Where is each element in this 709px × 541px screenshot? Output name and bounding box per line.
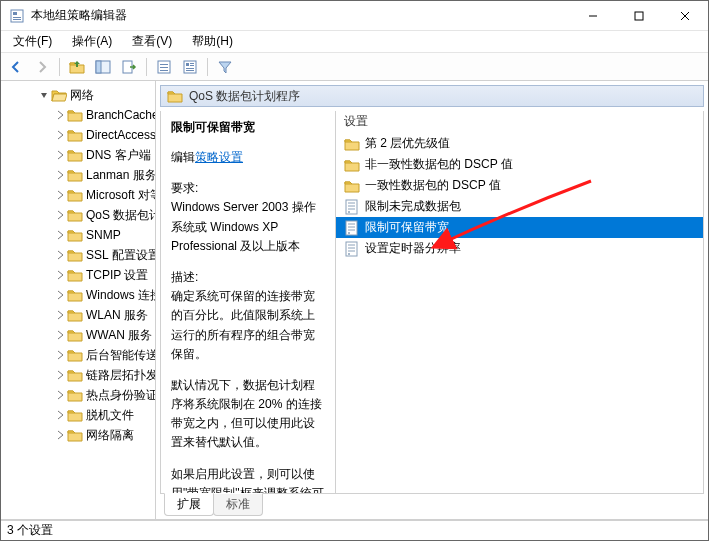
svg-rect-8: [13, 19, 21, 20]
policy-icon: [344, 241, 360, 257]
content-header: QoS 数据包计划程序: [160, 85, 704, 107]
tree-item-label: DNS 客户端: [86, 147, 151, 164]
edit-policy-link[interactable]: 策略设置: [195, 150, 243, 164]
tree-root[interactable]: 网络: [1, 85, 155, 105]
policy-icon: [344, 199, 360, 215]
chevron-right-icon[interactable]: [53, 108, 67, 122]
chevron-right-icon[interactable]: [53, 308, 67, 322]
setting-row[interactable]: 一致性数据包的 DSCP 值: [336, 175, 703, 196]
folder-icon: [67, 267, 83, 283]
folder-icon: [67, 327, 83, 343]
export-button[interactable]: [118, 56, 140, 78]
setting-row[interactable]: 限制未完成数据包: [336, 196, 703, 217]
setting-label: 限制可保留带宽: [365, 219, 449, 236]
tree-item[interactable]: QoS 数据包计划程序: [1, 205, 155, 225]
menu-view[interactable]: 查看(V): [124, 31, 180, 52]
svg-rect-22: [190, 63, 194, 64]
chevron-right-icon[interactable]: [53, 268, 67, 282]
show-hide-tree-button[interactable]: [92, 56, 114, 78]
refresh-button[interactable]: [153, 56, 175, 78]
tree-item[interactable]: SSL 配置设置: [1, 245, 155, 265]
setting-row[interactable]: 限制可保留带宽: [336, 217, 703, 238]
tree-item[interactable]: 热点身份验证: [1, 385, 155, 405]
tree-item[interactable]: WLAN 服务: [1, 305, 155, 325]
tree-item[interactable]: 链路层拓扑发现: [1, 365, 155, 385]
description-pane: 限制可保留带宽 编辑策略设置 要求: Windows Server 2003 操…: [161, 111, 336, 493]
setting-row[interactable]: 设置定时器分辨率: [336, 238, 703, 259]
minimize-button[interactable]: [570, 1, 616, 30]
tree-item-label: SSL 配置设置: [86, 247, 155, 264]
toolbar-separator: [146, 58, 147, 76]
maximize-button[interactable]: [616, 1, 662, 30]
status-bar: 3 个设置: [1, 520, 708, 540]
chevron-right-icon[interactable]: [53, 208, 67, 222]
chevron-right-icon[interactable]: [53, 328, 67, 342]
svg-rect-21: [186, 63, 189, 66]
chevron-right-icon[interactable]: [53, 348, 67, 362]
requirements-label: 要求:: [171, 179, 325, 198]
tree-item[interactable]: 脱机文件: [1, 405, 155, 425]
setting-label: 一致性数据包的 DSCP 值: [365, 177, 501, 194]
tree-item-label: Lanman 服务器: [86, 167, 155, 184]
tree-item[interactable]: Lanman 服务器: [1, 165, 155, 185]
menu-help[interactable]: 帮助(H): [184, 31, 241, 52]
requirements-text: Windows Server 2003 操作系统或 Windows XP Pro…: [171, 198, 325, 256]
chevron-right-icon[interactable]: [53, 248, 67, 262]
tree-item-label: 链路层拓扑发现: [86, 367, 155, 384]
up-button[interactable]: [66, 56, 88, 78]
tree-item[interactable]: DirectAccess 客户端: [1, 125, 155, 145]
tree-pane[interactable]: 网络 BranchCacheDirectAccess 客户端DNS 客户端Lan…: [1, 81, 156, 519]
folder-icon: [344, 157, 360, 173]
tree-item[interactable]: Microsoft 对等网络服务: [1, 185, 155, 205]
tree-item[interactable]: Windows 连接管理器: [1, 285, 155, 305]
tree-item[interactable]: DNS 客户端: [1, 145, 155, 165]
menu-action[interactable]: 操作(A): [64, 31, 120, 52]
tree-item-label: WLAN 服务: [86, 307, 148, 324]
tree-item-label: QoS 数据包计划程序: [86, 207, 155, 224]
folder-icon: [67, 187, 83, 203]
tab-standard[interactable]: 标准: [213, 493, 263, 516]
back-button[interactable]: [5, 56, 27, 78]
tab-extended[interactable]: 扩展: [164, 493, 214, 516]
chevron-right-icon[interactable]: [53, 368, 67, 382]
menubar: 文件(F) 操作(A) 查看(V) 帮助(H): [1, 31, 708, 53]
tree-item[interactable]: 后台智能传送服务(BITS): [1, 345, 155, 365]
menu-file[interactable]: 文件(F): [5, 31, 60, 52]
main-window: 本地组策略编辑器 文件(F) 操作(A) 查看(V) 帮助(H): [0, 0, 709, 541]
chevron-down-icon[interactable]: [37, 88, 51, 102]
chevron-right-icon[interactable]: [53, 408, 67, 422]
chevron-right-icon[interactable]: [53, 148, 67, 162]
chevron-right-icon[interactable]: [53, 288, 67, 302]
chevron-right-icon[interactable]: [53, 388, 67, 402]
settings-pane[interactable]: 设置 第 2 层优先级值非一致性数据包的 DSCP 值一致性数据包的 DSCP …: [336, 111, 703, 493]
folder-icon: [67, 287, 83, 303]
folder-icon: [67, 387, 83, 403]
chevron-right-icon[interactable]: [53, 228, 67, 242]
svg-rect-19: [160, 70, 168, 71]
tree-item[interactable]: TCPIP 设置: [1, 265, 155, 285]
chevron-right-icon[interactable]: [53, 168, 67, 182]
tree-item[interactable]: 网络隔离: [1, 425, 155, 445]
close-button[interactable]: [662, 1, 708, 30]
folder-icon: [67, 127, 83, 143]
chevron-right-icon[interactable]: [53, 188, 67, 202]
svg-rect-25: [186, 70, 194, 71]
right-pane: QoS 数据包计划程序 限制可保留带宽 编辑策略设置 要求: Windows S…: [156, 81, 708, 519]
folder-open-icon: [51, 87, 67, 103]
properties-button[interactable]: [179, 56, 201, 78]
setting-row[interactable]: 非一致性数据包的 DSCP 值: [336, 154, 703, 175]
filter-button[interactable]: [214, 56, 236, 78]
folder-icon: [67, 247, 83, 263]
tree-item[interactable]: WWAN 服务: [1, 325, 155, 345]
forward-button[interactable]: [31, 56, 53, 78]
chevron-right-icon[interactable]: [53, 128, 67, 142]
tree-item[interactable]: SNMP: [1, 225, 155, 245]
svg-rect-7: [13, 17, 21, 18]
tree-item[interactable]: BranchCache: [1, 105, 155, 125]
settings-column-header[interactable]: 设置: [336, 111, 703, 133]
setting-row[interactable]: 第 2 层优先级值: [336, 133, 703, 154]
setting-label: 第 2 层优先级值: [365, 135, 450, 152]
svg-rect-24: [186, 68, 194, 69]
chevron-right-icon[interactable]: [53, 428, 67, 442]
folder-icon: [167, 88, 183, 104]
